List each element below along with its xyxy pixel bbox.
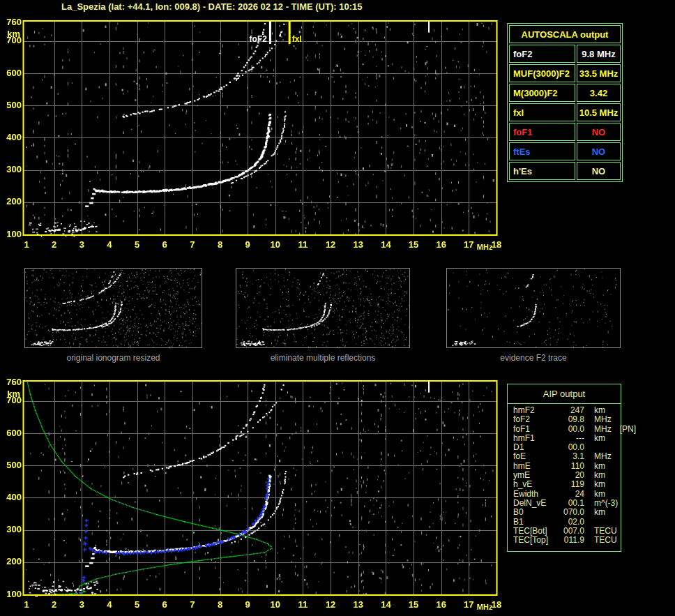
thumbnail-original-ionogram [24, 268, 202, 348]
autoscala-row-value: 3.42 [577, 84, 621, 102]
aip-row-value: 011.9 [554, 536, 584, 545]
aip-row-label: foF2 [513, 415, 554, 424]
autoscala-row-value: NO [577, 162, 621, 180]
autoscala-row: fxI10.5 MHz [509, 103, 621, 121]
aip-row-value: 070.0 [554, 508, 584, 517]
aip-row-value: 00.1 [554, 499, 584, 508]
aip-row: ymE20km [513, 471, 621, 480]
aip-row-unit: MHz [584, 452, 621, 461]
aip-row-unit [584, 518, 621, 527]
thumbnail-evidence-f2-trace [446, 268, 621, 348]
aip-row-label: TEC[Bot] [513, 527, 554, 536]
page-title: La_Spezia (lat: +44.1, lon: 009.8) - DAT… [61, 1, 362, 12]
aip-row-value: 00.0 [554, 425, 584, 434]
autoscala-row-label: fxI [509, 103, 575, 121]
autoscala-row: h'EsNO [509, 162, 621, 180]
aip-row-note: [PN] [620, 424, 636, 434]
autoscala-row-value: 33.5 MHz [577, 64, 621, 82]
aip-row-value: 3.1 [554, 452, 584, 461]
aip-row: hmF1---km [513, 434, 621, 443]
aip-row-label: B1 [513, 518, 554, 527]
aip-row: TEC[Top]011.9TECU [513, 536, 621, 545]
autoscala-row-label: ftEs [509, 142, 575, 160]
aip-row-unit: MHz[PN] [584, 425, 636, 434]
aip-output-table: AIP output hmF2247kmfoF209.8MHzfoF100.0M… [507, 384, 621, 552]
aip-row: Ewidth24km [513, 490, 621, 499]
autoscala-row: foF1NO [509, 123, 621, 141]
aip-row-label: DelN_vE [513, 499, 554, 508]
thumbnail-eliminate-reflections [236, 268, 410, 348]
aip-row-label: B0 [513, 508, 554, 517]
autoscala-row-label: MUF(3000)F2 [509, 64, 575, 82]
aip-row-unit: km [584, 462, 621, 471]
aip-row-label: h_vE [513, 480, 554, 489]
aip-row: foF100.0MHz[PN] [513, 425, 621, 434]
aip-row: B0070.0km [513, 508, 621, 517]
aip-row-value: 119 [554, 480, 584, 489]
aip-row-unit: m^(-3) [584, 499, 621, 508]
autoscala-row: ftEsNO [509, 142, 621, 160]
aip-row-value: --- [554, 434, 584, 443]
aip-row-value: 02.0 [554, 518, 584, 527]
aip-row-unit: TECU [584, 536, 621, 545]
aip-row: DelN_vE00.1m^(-3) [513, 499, 621, 508]
aip-row: foE3.1MHz [513, 452, 621, 461]
aip-row-unit: km [584, 406, 621, 415]
autoscala-row-label: foF1 [509, 123, 575, 141]
aip-row-label: foE [513, 452, 554, 461]
autoscala-row: M(3000)F23.42 [509, 84, 621, 102]
aip-row: B102.0 [513, 518, 621, 527]
autoscala-row-label: M(3000)F2 [509, 84, 575, 102]
aip-row: hmF2247km [513, 406, 621, 415]
aip-row-value: 24 [554, 490, 584, 499]
aip-row-unit: km [584, 480, 621, 489]
aip-row: foF209.8MHz [513, 415, 621, 424]
autoscala-output-table: AUTOSCALA output foF29.8 MHzMUF(3000)F23… [507, 23, 623, 182]
aip-row-label: D1 [513, 443, 554, 452]
autoscala-row: MUF(3000)F233.5 MHz [509, 64, 621, 82]
thumbnail-caption-eliminate: eliminate multiple reflections [236, 353, 410, 363]
autoscala-row: foF29.8 MHz [509, 45, 621, 63]
thumbnail-caption-evidence: evidence F2 trace [446, 353, 621, 363]
autoscala-row-value: 9.8 MHz [577, 45, 621, 63]
aip-row: h_vE119km [513, 480, 621, 489]
aip-row-value: 247 [554, 406, 584, 415]
aip-row-value: 09.8 [554, 415, 584, 424]
aip-row-label: foF1 [513, 425, 554, 434]
aip-row-unit: km [584, 508, 621, 517]
aip-table-title: AIP output [508, 384, 621, 404]
autoscala-row-value: NO [577, 123, 621, 141]
aip-row-unit [584, 443, 621, 452]
aip-row-unit: TECU [584, 527, 621, 536]
aip-row-label: hmE [513, 462, 554, 471]
aip-row: hmE110km [513, 462, 621, 471]
aip-row-unit: MHz [584, 415, 621, 424]
autoscala-row-value: 10.5 MHz [577, 103, 621, 121]
autoscala-row-label: h'Es [509, 162, 575, 180]
aip-row-label: ymE [513, 471, 554, 480]
aip-row-value: 110 [554, 462, 584, 471]
aip-row-label: TEC[Top] [513, 536, 554, 545]
top-ionogram-chart [0, 17, 506, 257]
aip-row: TEC[Bot]007.0TECU [513, 527, 621, 536]
aip-row-value: 00.0 [554, 443, 584, 452]
aip-row-unit: km [584, 434, 621, 443]
aip-row-unit: km [584, 490, 621, 499]
aip-row-value: 007.0 [554, 527, 584, 536]
thumbnail-caption-original: original ionogram resized [24, 353, 202, 363]
aip-row-label: hmF2 [513, 406, 554, 415]
aip-row: D100.0 [513, 443, 621, 452]
aip-row-unit: km [584, 471, 621, 480]
bottom-ionogram-chart [0, 377, 506, 616]
aip-row-label: Ewidth [513, 490, 554, 499]
aip-row-value: 20 [554, 471, 584, 480]
autoscala-row-label: foF2 [509, 45, 575, 63]
autoscala-table-title: AUTOSCALA output [509, 25, 621, 43]
autoscala-row-value: NO [577, 142, 621, 160]
aip-row-label: hmF1 [513, 434, 554, 443]
